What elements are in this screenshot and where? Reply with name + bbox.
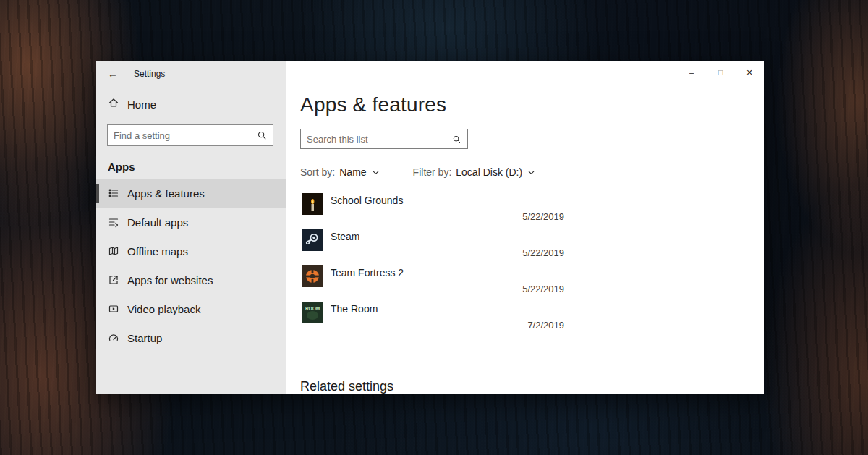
app-install-date: 5/22/2019 [522,247,564,258]
app-row-steam[interactable]: Steam 5/22/2019 [300,226,564,263]
sidebar-section-header: Apps [108,161,286,173]
school-grounds-app-icon [302,193,323,215]
sort-by-value: Name [339,166,366,178]
maximize-button[interactable]: □ [706,61,735,83]
sidebar-nav-list: Apps & features Default apps [96,179,286,352]
sidebar-item-label: Offline maps [127,245,188,258]
sidebar-item-video-playback[interactable]: Video playback [96,294,286,323]
settings-window: ← Settings Home Apps [96,61,764,394]
search-icon[interactable] [254,130,273,140]
app-name: School Grounds [331,195,403,206]
sidebar-item-label: Apps for websites [127,274,213,286]
settings-main-pane: – □ ✕ Apps & features Sort by: Name [286,61,764,394]
app-install-date: 5/22/2019 [522,211,564,222]
sidebar-item-apps-for-websites[interactable]: Apps for websites [96,265,286,294]
sidebar-item-label: Default apps [127,216,188,229]
video-playback-icon [108,303,119,315]
app-row-the-room[interactable]: ROOM The Room 7/2/2019 [300,299,564,335]
app-name: The Room [331,303,378,315]
sort-by-label: Sort by: [300,166,335,178]
app-install-date: 7/2/2019 [527,320,564,331]
filter-by-value: Local Disk (D:) [456,166,522,178]
steam-app-icon [302,229,323,251]
startup-icon [108,332,119,344]
sidebar-search-box[interactable] [107,124,273,146]
app-list-search-input[interactable] [301,134,449,145]
settings-sidebar: ← Settings Home Apps [96,61,286,394]
minimize-button[interactable]: – [677,61,706,83]
page-title: Apps & features [300,93,764,116]
desktop-background: ← Settings Home Apps [0,0,868,455]
chevron-down-icon [527,169,535,177]
home-icon [108,97,119,111]
chevron-down-icon [372,169,380,177]
sidebar-search-input[interactable] [108,130,254,141]
sidebar-item-startup[interactable]: Startup [96,323,286,352]
related-settings-heading: Related settings [300,379,393,394]
sort-filter-row: Sort by: Name Filter by: Local Disk (D:) [300,166,764,178]
sidebar-item-apps-features[interactable]: Apps & features [96,179,286,208]
sidebar-item-offline-maps[interactable]: Offline maps [96,237,286,265]
sidebar-item-home[interactable]: Home [96,91,286,117]
app-name: Team Fortress 2 [331,267,404,278]
offline-maps-icon [108,245,119,257]
selected-accent-bar [96,184,99,203]
sidebar-item-label: Video playback [127,303,200,315]
filter-by-dropdown[interactable]: Local Disk (D:) [456,166,535,178]
default-apps-icon [108,216,119,228]
sort-by-dropdown[interactable]: Name [339,166,379,178]
the-room-app-icon: ROOM [302,302,323,323]
installed-apps-list: School Grounds 5/22/2019 Steam [300,190,564,335]
apps-for-websites-icon [108,274,119,286]
search-icon[interactable] [449,135,467,144]
home-label: Home [127,98,156,111]
sidebar-item-default-apps[interactable]: Default apps [96,208,286,237]
sidebar-item-label: Startup [127,332,162,344]
filter-by-label: Filter by: [413,166,452,178]
back-icon[interactable]: ← [108,68,118,80]
apps-features-icon [108,187,119,199]
app-name: Steam [331,231,359,242]
window-controls: – □ ✕ [677,61,764,83]
app-row-team-fortress-2[interactable]: Team Fortress 2 5/22/2019 [300,263,564,299]
app-row-school-grounds[interactable]: School Grounds 5/22/2019 [300,190,564,226]
close-button[interactable]: ✕ [735,61,764,83]
window-title: Settings [134,69,165,79]
titlebar-left: ← Settings [96,61,286,80]
app-install-date: 5/22/2019 [522,284,564,294]
sidebar-item-label: Apps & features [127,187,205,200]
app-list-search-box[interactable] [300,129,468,149]
svg-text:ROOM: ROOM [305,306,320,311]
team-fortress-2-app-icon [302,265,323,287]
